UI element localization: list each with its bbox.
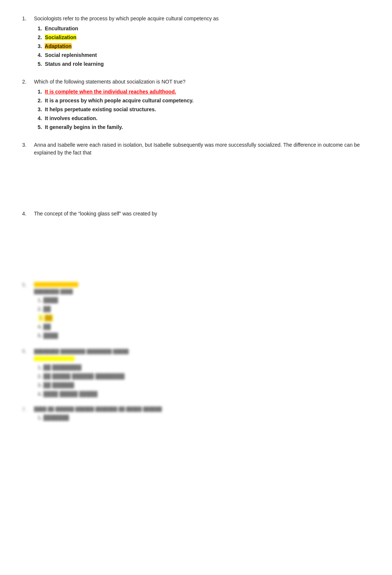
question-3-text: Anna and Isabelle were each raised in is…: [34, 142, 360, 156]
answer-2-3-text: It helps perpetuate existing social stru…: [45, 106, 156, 112]
answer-1-3-text: Adaptation: [45, 43, 72, 49]
blurred-question-c: 7. ████ ██ ██████ ██████ ███████ ██ ████…: [22, 406, 370, 423]
question-3: 3. Anna and Isabelle were each raised in…: [22, 141, 370, 201]
answer-1-2-text: Socialization: [45, 34, 77, 40]
question-4: 4. The concept of the “looking glass sel…: [22, 210, 370, 273]
answer-2-4-text: It involves education.: [45, 115, 97, 121]
answer-1-3: 3. Adaptation: [38, 42, 370, 50]
blurred-question-a: 5. ████████ ████ 1. ████ 2. ██ 3. ██ 4. …: [22, 282, 370, 341]
answer-1-4: 4. Social replenishment: [38, 51, 370, 59]
blurred-q-a-text: ████████ ████: [34, 282, 370, 294]
blurred-q-b-answers: 1. ██ ████████ 2. ██ █████ ██████ ██████…: [34, 364, 370, 398]
question-2-text: Which of the following statements about …: [34, 79, 186, 85]
question-1: 1. Sociologists refer to the process by …: [22, 15, 370, 69]
answer-1-5: 5. Status and role learning: [38, 60, 370, 68]
answer-2-3: 3. It helps perpetuate existing social s…: [38, 106, 370, 113]
question-1-text: Sociologists refer to the process by whi…: [34, 16, 219, 21]
question-2-answers: 1. It is complete when the individual re…: [34, 88, 370, 131]
answer-2-1-text: It is complete when the individual reach…: [45, 89, 176, 95]
blurred-section: 5. ████████ ████ 1. ████ 2. ██ 3. ██ 4. …: [22, 282, 370, 423]
blurred-q-a-answers: 1. ████ 2. ██ 3. ██ 4. ██ 5. ████: [34, 296, 370, 340]
blurred-question-b: 6. ████████ ████████ ████████ █████ 1. █…: [22, 348, 370, 399]
answer-2-5: 5. It generally begins in the family.: [38, 123, 370, 131]
answer-2-4: 4. It involves education.: [38, 115, 370, 122]
question-4-spacer: [34, 218, 370, 273]
answer-1-2: 2. Socialization: [38, 34, 370, 41]
answer-2-1: 1. It is complete when the individual re…: [38, 88, 370, 96]
answer-1-5-text: Status and role learning: [45, 61, 104, 67]
answer-2-2-text: It is a process by which people acquire …: [45, 98, 194, 103]
question-1-answers: 1. Enculturation 2. Socialization 3. Ada…: [34, 25, 370, 68]
question-4-text: The concept of the “looking glass self” …: [34, 211, 157, 217]
answer-1-1: 1. Enculturation: [38, 25, 370, 33]
question-3-spacer: [34, 157, 370, 201]
blurred-q-c-answers: 1. ███████: [34, 414, 370, 422]
answer-2-2: 2. It is a process by which people acqui…: [38, 97, 370, 105]
answer-2-5-text: It generally begins in the family.: [45, 124, 123, 130]
blurred-q-c-text: ████ ██ ██████ ██████ ███████ ██ █████ █…: [34, 406, 370, 412]
question-2: 2. Which of the following statements abo…: [22, 78, 370, 132]
answer-1-1-text: Enculturation: [45, 25, 78, 31]
blurred-q-b-text: ████████ ████████ ████████ █████: [34, 348, 370, 354]
answer-1-4-text: Social replenishment: [45, 52, 97, 58]
